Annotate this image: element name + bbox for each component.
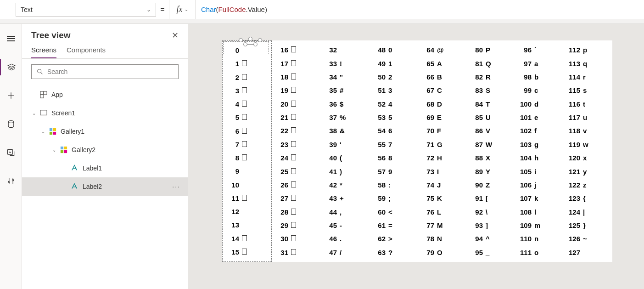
insert-rail-button[interactable] xyxy=(0,87,22,104)
canvas-area[interactable]: 0123456789101112131415161718192021222324… xyxy=(188,24,644,289)
ascii-row[interactable]: 40( xyxy=(320,151,369,164)
ascii-row[interactable]: 105i xyxy=(515,164,564,178)
ascii-row[interactable]: 117u xyxy=(564,111,612,124)
ascii-row[interactable]: 94^ xyxy=(466,232,515,245)
ascii-row[interactable]: 64@ xyxy=(418,43,466,57)
ascii-row[interactable]: 59; xyxy=(369,192,418,205)
hamburger-button[interactable] xyxy=(0,30,22,47)
ascii-row[interactable]: 78N xyxy=(418,232,466,245)
ascii-row[interactable]: 127 xyxy=(564,246,612,259)
ascii-row[interactable]: 22 xyxy=(272,124,320,137)
fx-button[interactable]: fx ⌄ xyxy=(169,0,196,19)
tree-node-label2[interactable]: Label2 ··· xyxy=(22,177,188,196)
ascii-row[interactable]: 75K xyxy=(418,192,466,205)
ascii-row[interactable]: 62> xyxy=(369,232,418,245)
ascii-row[interactable]: 568 xyxy=(369,151,418,164)
data-rail-button[interactable] xyxy=(0,116,22,132)
ascii-row[interactable]: 8 xyxy=(223,151,271,164)
ascii-row[interactable]: 27 xyxy=(272,192,320,205)
ascii-row[interactable]: 47/ xyxy=(320,246,369,259)
ascii-row[interactable]: 42* xyxy=(320,178,369,192)
ascii-row[interactable]: 39' xyxy=(320,138,369,151)
ascii-row[interactable]: 112p xyxy=(564,43,612,57)
tree-node-gallery1[interactable]: ⌄ Gallery1 xyxy=(22,122,188,141)
ascii-row[interactable]: 99c xyxy=(515,84,564,97)
ascii-row[interactable]: 43+ xyxy=(320,192,369,205)
ascii-row[interactable]: 80P xyxy=(466,43,515,57)
ascii-row[interactable]: 106j xyxy=(515,178,564,192)
ascii-row[interactable]: 115s xyxy=(564,84,612,97)
ascii-row[interactable]: 16 xyxy=(272,43,320,57)
ascii-row[interactable]: 20 xyxy=(272,97,320,111)
ascii-row[interactable]: 579 xyxy=(369,164,418,178)
ascii-row[interactable]: 77M xyxy=(418,219,466,232)
ascii-row[interactable]: 45- xyxy=(320,219,369,232)
ascii-row[interactable]: 60< xyxy=(369,205,418,219)
ascii-row[interactable]: 116t xyxy=(564,97,612,111)
ascii-row[interactable]: 21 xyxy=(272,111,320,124)
ascii-row[interactable]: 44, xyxy=(320,205,369,219)
ascii-row[interactable]: 13 xyxy=(223,218,271,232)
ascii-row[interactable]: 107k xyxy=(515,192,564,205)
ascii-row[interactable]: 38& xyxy=(320,124,369,137)
ascii-row[interactable]: 123{ xyxy=(564,192,612,205)
ascii-row[interactable]: 101e xyxy=(515,111,564,124)
ascii-row[interactable]: 19 xyxy=(272,84,320,97)
ascii-row[interactable]: 92\ xyxy=(466,205,515,219)
close-icon[interactable]: ✕ xyxy=(172,30,179,40)
ascii-row[interactable]: 113q xyxy=(564,57,612,70)
ascii-row[interactable]: 33! xyxy=(320,57,369,70)
ascii-row[interactable]: 12 xyxy=(223,205,271,218)
ascii-row[interactable]: 46. xyxy=(320,232,369,245)
ascii-row[interactable]: 97a xyxy=(515,57,564,70)
ascii-row[interactable]: 119w xyxy=(564,138,612,151)
ascii-row[interactable]: 74J xyxy=(418,178,466,192)
ascii-row[interactable]: 86V xyxy=(466,124,515,137)
ascii-row[interactable]: 100d xyxy=(515,97,564,111)
app-canvas[interactable]: 0123456789101112131415161718192021222324… xyxy=(222,40,612,262)
ascii-row[interactable]: 68D xyxy=(418,97,466,111)
ascii-row[interactable]: 7 xyxy=(223,138,271,151)
tree-node-screen1[interactable]: ⌄ Screen1 xyxy=(22,104,188,122)
ascii-row[interactable]: 91[ xyxy=(466,192,515,205)
media-rail-button[interactable] xyxy=(0,144,22,161)
ascii-row[interactable]: 26 xyxy=(272,178,320,192)
ascii-row[interactable]: 35# xyxy=(320,84,369,97)
ascii-row[interactable]: 111o xyxy=(515,246,564,259)
ascii-row[interactable]: 11 xyxy=(223,192,271,205)
ascii-row[interactable]: 69E xyxy=(418,111,466,124)
ascii-row[interactable]: 6 xyxy=(223,125,271,138)
ascii-row[interactable]: 15 xyxy=(223,245,271,259)
ascii-row[interactable]: 491 xyxy=(369,57,418,70)
ascii-row[interactable]: 29 xyxy=(272,219,320,232)
ascii-row[interactable]: 4 xyxy=(223,97,271,111)
formula-input[interactable]: Char ( FullCode .Value ) xyxy=(196,0,644,19)
tools-rail-button[interactable] xyxy=(0,173,22,189)
ascii-row[interactable]: 95_ xyxy=(466,246,515,259)
ascii-row[interactable]: 88X xyxy=(466,151,515,164)
ascii-row[interactable]: 114r xyxy=(564,70,612,84)
tree-node-app[interactable]: App xyxy=(22,85,188,104)
ascii-row[interactable]: 524 xyxy=(369,97,418,111)
ascii-row[interactable]: 18 xyxy=(272,70,320,84)
ascii-row[interactable]: 126~ xyxy=(564,232,612,245)
tab-components[interactable]: Components xyxy=(67,43,106,58)
tree-search[interactable] xyxy=(31,64,179,79)
ascii-row[interactable]: 480 xyxy=(369,43,418,57)
ascii-row[interactable]: 84T xyxy=(466,97,515,111)
ascii-row[interactable]: 124| xyxy=(564,205,612,219)
ascii-row[interactable]: 109m xyxy=(515,219,564,232)
ascii-row[interactable]: 81Q xyxy=(466,57,515,70)
ascii-row[interactable]: 32 xyxy=(320,43,369,57)
tree-node-label1[interactable]: Label1 xyxy=(22,159,188,177)
ascii-row[interactable]: 71G xyxy=(418,138,466,151)
property-dropdown[interactable]: Text ⌄ xyxy=(16,3,156,17)
ascii-row[interactable]: 72H xyxy=(418,151,466,164)
ascii-row[interactable]: 79O xyxy=(418,246,466,259)
ascii-row[interactable]: 546 xyxy=(369,124,418,137)
tab-screens[interactable]: Screens xyxy=(31,43,56,58)
ascii-row[interactable]: 65A xyxy=(418,57,466,70)
ascii-row[interactable]: 2 xyxy=(223,71,271,84)
ascii-row[interactable]: 104h xyxy=(515,151,564,164)
ascii-row[interactable]: 58: xyxy=(369,178,418,192)
